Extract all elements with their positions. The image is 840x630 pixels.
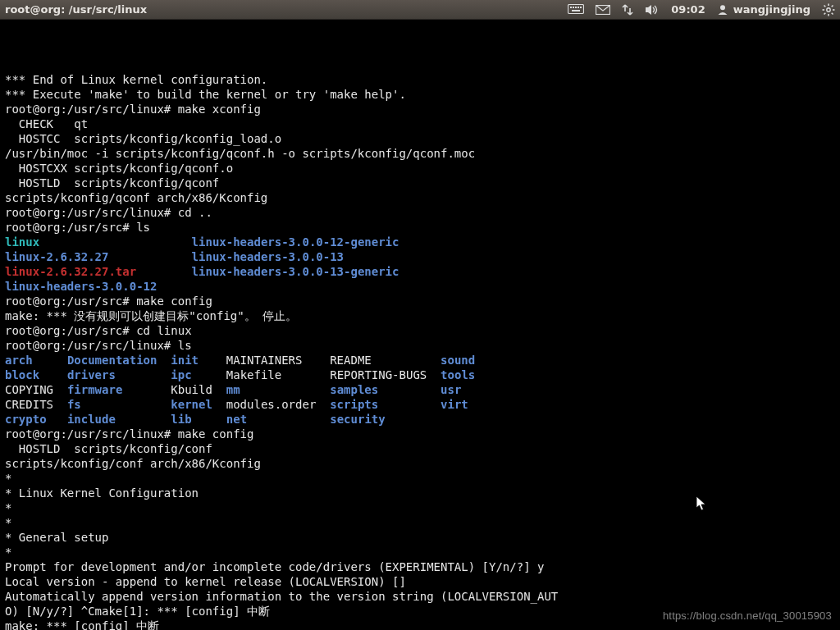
session-gear-icon[interactable] xyxy=(822,3,835,16)
clock[interactable]: 09:02 xyxy=(671,3,705,16)
terminal-line: crypto include lib net security xyxy=(5,412,835,427)
terminal-text: HOSTCC scripts/kconfig/kconfig_load.o xyxy=(5,132,281,145)
terminal-text xyxy=(378,398,441,411)
terminal-text: Documentation xyxy=(67,354,158,367)
svg-line-18 xyxy=(832,5,833,7)
terminal-text: * xyxy=(5,546,11,559)
terminal-text xyxy=(116,413,171,426)
terminal-text: net xyxy=(226,413,247,426)
terminal-line: block drivers ipc Makefile REPORTING-BUG… xyxy=(5,368,835,382)
terminal-text: root@org:/usr/src/linux# ls xyxy=(5,339,192,352)
terminal-text: *** Execute 'make' to build the kernel o… xyxy=(5,88,406,101)
user-menu[interactable]: wangjingjing xyxy=(717,3,810,16)
terminal-text: linux-headers-3.0.0-13 xyxy=(192,250,344,263)
svg-rect-4 xyxy=(578,7,579,8)
terminal-text xyxy=(53,383,67,396)
terminal-line: root@org:/usr/src# make config xyxy=(5,294,835,308)
terminal-text: O) [N/y/?] ^Cmake[1]: *** [config] 中断 xyxy=(5,605,270,618)
username-label: wangjingjing xyxy=(733,3,810,16)
system-tray: 09:02 wangjingjing xyxy=(568,3,835,16)
terminal-line: * xyxy=(5,471,835,486)
terminal-line: make: *** 没有规则可以创建目标"config"。 停止。 xyxy=(5,308,835,323)
terminal-line: *** End of Linux kernel configuration. xyxy=(5,72,835,87)
terminal-text: * xyxy=(5,501,11,514)
terminal-text: linux-headers-3.0.0-13-generic xyxy=(192,265,399,278)
terminal-text: linux xyxy=(5,235,39,249)
terminal-line: COPYING firmware Kbuild mm samples usr xyxy=(5,382,835,397)
terminal-text xyxy=(378,383,441,396)
terminal-line: Prompt for development and/or incomplete… xyxy=(5,559,835,574)
terminal-text xyxy=(47,413,67,426)
terminal-text xyxy=(53,398,67,411)
terminal-text: firmware xyxy=(67,383,122,396)
terminal-line: root@org:/usr/src/linux# make config xyxy=(5,427,835,441)
svg-rect-3 xyxy=(575,7,577,8)
terminal-text: COPYING xyxy=(5,383,53,396)
terminal-text: tools xyxy=(441,368,475,381)
terminal-line: linux-2.6.32.27 linux-headers-3.0.0-13 xyxy=(5,249,835,264)
terminal-line: * Linux Kernel Configuration xyxy=(5,486,835,500)
terminal-line: root@org:/usr/src/linux# cd .. xyxy=(5,205,835,220)
svg-line-15 xyxy=(824,5,826,7)
terminal-text xyxy=(108,250,191,263)
svg-rect-0 xyxy=(568,4,584,13)
terminal-text: HOSTLD scripts/kconfig/qconf xyxy=(5,176,219,189)
terminal-line: * General setup xyxy=(5,530,835,545)
volume-icon[interactable] xyxy=(645,4,660,16)
terminal-line: scripts/kconfig/conf arch/x86/Kconfig xyxy=(5,456,835,471)
terminal-text: MAINTAINERS xyxy=(226,354,303,367)
terminal-text: README xyxy=(330,354,372,367)
terminal-text: HOSTLD scripts/kconfig/conf xyxy=(5,442,212,455)
svg-rect-2 xyxy=(573,7,574,8)
terminal-text: Makefile xyxy=(226,368,281,381)
terminal-text: make: *** [config] 中断 xyxy=(5,619,159,630)
svg-rect-6 xyxy=(572,10,580,11)
terminal-line: /usr/bin/moc -i scripts/kconfig/qconf.h … xyxy=(5,146,835,161)
terminal-text xyxy=(212,383,226,396)
terminal-line: * xyxy=(5,500,835,515)
terminal-line: arch Documentation init MAINTAINERS READ… xyxy=(5,353,835,368)
terminal-text xyxy=(33,354,67,367)
terminal-text: root@org:/usr/src/linux# cd .. xyxy=(5,206,212,219)
svg-line-17 xyxy=(824,12,826,14)
terminal-line: root@org:/usr/src# ls xyxy=(5,220,835,235)
terminal-text: make: *** 没有规则可以创建目标"config"。 停止。 xyxy=(5,309,297,322)
terminal-text: Automatically append version information… xyxy=(5,590,558,603)
terminal-text: CHECK qt xyxy=(5,117,88,130)
terminal-line: HOSTLD scripts/kconfig/qconf xyxy=(5,176,835,190)
terminal-line: root@org:/usr/src/linux# make xconfig xyxy=(5,102,835,116)
network-icon[interactable] xyxy=(622,3,633,16)
terminal-text: REPORTING-BUGS xyxy=(330,368,427,381)
terminal-text: scripts/kconfig/conf arch/x86/Kconfig xyxy=(5,457,261,470)
terminal[interactable]: https://blog.csdn.net/qq_30015903 *** En… xyxy=(0,20,840,630)
terminal-text xyxy=(212,398,226,411)
terminal-line: scripts/kconfig/qconf arch/x86/Kconfig xyxy=(5,190,835,205)
terminal-text: kernel xyxy=(171,398,212,411)
terminal-text: HOSTCXX scripts/kconfig/qconf.o xyxy=(5,162,233,175)
terminal-text xyxy=(199,354,226,367)
terminal-text: arch xyxy=(5,354,33,367)
terminal-text: root@org:/usr/src/linux# make xconfig xyxy=(5,103,261,116)
terminal-text: Prompt for development and/or incomplete… xyxy=(5,560,544,573)
terminal-line: root@org:/usr/src/linux# ls xyxy=(5,338,835,353)
terminal-text: sound xyxy=(441,354,475,367)
terminal-text: root@org:/usr/src# ls xyxy=(5,221,150,234)
terminal-text: fs xyxy=(67,398,81,411)
terminal-text xyxy=(81,398,171,411)
terminal-text: root@org:/usr/src# make config xyxy=(5,294,212,308)
svg-rect-1 xyxy=(570,7,572,8)
terminal-text xyxy=(136,265,191,278)
terminal-line: CREDITS fs kernel modules.order scripts … xyxy=(5,397,835,412)
terminal-text: init xyxy=(171,354,199,367)
terminal-line: Local version - append to kernel release… xyxy=(5,574,835,589)
terminal-text: * xyxy=(5,472,11,485)
terminal-text xyxy=(39,368,67,381)
keyboard-indicator-icon[interactable] xyxy=(568,4,584,16)
terminal-text xyxy=(281,368,330,381)
svg-marker-8 xyxy=(646,5,651,15)
terminal-line: root@org:/usr/src# cd linux xyxy=(5,323,835,338)
terminal-text: drivers xyxy=(67,368,116,381)
terminal-text: root@org:/usr/src# cd linux xyxy=(5,324,192,337)
terminal-line: linux-2.6.32.27.tar linux-headers-3.0.0-… xyxy=(5,264,835,279)
mail-icon[interactable] xyxy=(596,5,610,15)
